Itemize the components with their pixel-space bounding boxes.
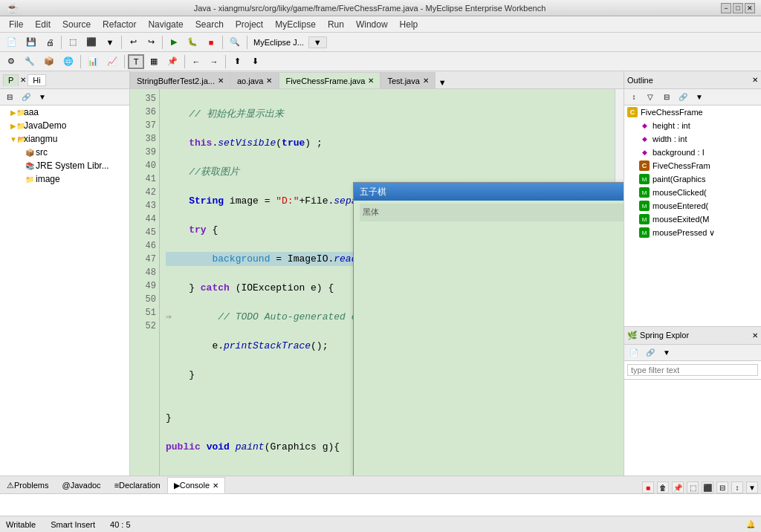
spring-filter xyxy=(624,361,761,380)
console-btn-5[interactable]: ▼ xyxy=(746,481,758,493)
hierarchy-tab[interactable]: Hi xyxy=(27,74,45,86)
menu-window[interactable]: Window xyxy=(350,18,394,31)
tb2-btn-4[interactable]: 🌐 xyxy=(59,54,77,69)
console-tab-close[interactable]: ✕ xyxy=(213,481,218,490)
popup-title-bar[interactable]: 五子棋 − □ ✕ xyxy=(354,183,624,201)
toolbar-btn-5[interactable]: ↪ xyxy=(143,35,159,50)
outline-mouseclicked-method[interactable]: M mouseClicked( xyxy=(624,186,761,199)
tb2-btn-2[interactable]: 🔧 xyxy=(21,54,39,69)
tree-item-xiangmu[interactable]: ▼📂 xiangmu xyxy=(0,132,129,146)
outline-paint-method[interactable]: M paint(Graphics xyxy=(624,172,761,186)
tb2-btn-11[interactable]: → xyxy=(206,54,222,69)
toolbar-btn-2[interactable]: ⬛ xyxy=(82,35,100,50)
tb2-btn-3[interactable]: 📦 xyxy=(40,54,58,69)
tb2-btn-8[interactable]: ▦ xyxy=(146,54,162,69)
spring-link-btn[interactable]: 🔗 xyxy=(642,346,658,360)
console-btn-4[interactable]: ↕ xyxy=(731,481,743,493)
tab-fivechessframe[interactable]: FiveChessFrame.java ✕ xyxy=(279,72,380,88)
tree-item-jre[interactable]: 📚 JRE System Libr... xyxy=(0,159,129,172)
javadoc-tab[interactable]: @ Javadoc xyxy=(55,477,107,493)
console-stop-btn[interactable]: ■ xyxy=(642,481,654,493)
outline-menu-btn[interactable]: ▼ xyxy=(691,90,707,105)
save-button[interactable]: 💾 xyxy=(22,35,40,50)
tb2-btn-12[interactable]: ⬆ xyxy=(229,54,245,69)
filter-btn[interactable]: ▽ xyxy=(642,90,658,105)
myeclipse-dropdown[interactable]: ▼ xyxy=(308,36,327,48)
panel-close[interactable]: ✕ xyxy=(20,74,26,86)
spring-menu-btn[interactable]: ▼ xyxy=(658,346,675,360)
sort-btn[interactable]: ↕ xyxy=(626,90,642,105)
outline-close[interactable]: ✕ xyxy=(752,76,758,84)
tb2-btn-9[interactable]: 📌 xyxy=(163,54,181,69)
console-btn-1[interactable]: ⬚ xyxy=(687,481,699,493)
tb2-btn-7[interactable]: T xyxy=(128,54,144,69)
package-explorer-tab[interactable]: P xyxy=(3,74,19,86)
outline-item-label: mouseEntered( xyxy=(652,201,708,210)
console-btn-2[interactable]: ⬛ xyxy=(702,481,713,493)
tb2-btn-1[interactable]: ⚙ xyxy=(3,54,19,69)
new-button[interactable]: 📄 xyxy=(3,35,21,50)
spring-explorer-panel: 🌿 Spring Explor ✕ 📄 🔗 ▼ xyxy=(624,327,761,476)
tb2-btn-10[interactable]: ← xyxy=(188,54,204,69)
menu-myeclipse[interactable]: MyEclipse xyxy=(269,18,322,31)
stop-button[interactable]: ■ xyxy=(203,35,219,50)
tab-overflow-btn[interactable]: ▼ xyxy=(435,77,450,88)
link-editor-btn[interactable]: 🔗 xyxy=(675,90,691,105)
panel-menu-btn[interactable]: ▼ xyxy=(34,90,51,105)
print-button[interactable]: 🖨 xyxy=(42,35,58,50)
collapse-all-btn[interactable]: ⊟ xyxy=(658,90,675,105)
link-btn[interactable]: 🔗 xyxy=(18,90,34,105)
tab-test[interactable]: Test.java ✕ xyxy=(380,72,435,88)
tree-item-aaa[interactable]: ▶📁 aaa xyxy=(0,106,129,119)
menu-edit[interactable]: Edit xyxy=(29,18,56,31)
tab-ao[interactable]: ao.java ✕ xyxy=(230,72,279,88)
minimize-button[interactable]: − xyxy=(721,3,731,13)
tab-close-icon[interactable]: ✕ xyxy=(266,77,272,85)
maximize-button[interactable]: □ xyxy=(733,3,743,13)
menu-source[interactable]: Source xyxy=(56,18,97,31)
tab-close-icon[interactable]: ✕ xyxy=(218,77,224,85)
tab-stringbuffer[interactable]: StringBufferTest2.ja... ✕ xyxy=(130,72,230,88)
menu-refactor[interactable]: Refactor xyxy=(97,18,142,31)
menu-help[interactable]: Help xyxy=(394,18,424,31)
menu-run[interactable]: Run xyxy=(322,18,350,31)
menu-navigate[interactable]: Navigate xyxy=(142,18,189,31)
tree-item-src[interactable]: 📦 src xyxy=(0,146,129,159)
tb2-btn-5[interactable]: 📊 xyxy=(84,54,102,69)
tree-item-image[interactable]: 📁 image xyxy=(0,172,129,186)
spring-close[interactable]: ✕ xyxy=(752,331,758,340)
outline-mousepressed-method[interactable]: M mousePressed ∨ xyxy=(624,226,761,239)
tb2-btn-13[interactable]: ⬇ xyxy=(247,54,263,69)
outline-fivechessframe-class[interactable]: C FiveChessFrame xyxy=(624,106,761,119)
toolbar-btn-1[interactable]: ⬚ xyxy=(65,35,81,50)
menu-search[interactable]: Search xyxy=(190,18,230,31)
menu-project[interactable]: Project xyxy=(230,18,269,31)
tab-close-icon[interactable]: ✕ xyxy=(368,77,374,85)
console-btn-3[interactable]: ⊟ xyxy=(716,481,728,493)
menu-file[interactable]: File xyxy=(3,18,29,31)
close-button[interactable]: ✕ xyxy=(745,3,755,13)
debug-button[interactable]: 🐛 xyxy=(184,35,201,50)
outline-constructor[interactable]: C FiveChessFram xyxy=(624,159,761,172)
console-clear-btn[interactable]: 🗑 xyxy=(657,481,669,493)
toolbar-btn-3[interactable]: ▼ xyxy=(102,35,118,50)
spring-filter-input[interactable] xyxy=(627,364,758,376)
tb2-btn-6[interactable]: 📈 xyxy=(103,54,121,69)
console-tab[interactable]: ▶ Console ✕ xyxy=(167,477,225,493)
console-pin-btn[interactable]: 📌 xyxy=(672,481,684,493)
problems-tab[interactable]: ⚠ Problems xyxy=(0,477,55,493)
outline-mouseentered-method[interactable]: M mouseEntered( xyxy=(624,199,761,213)
collapse-btn[interactable]: ⊟ xyxy=(1,90,18,105)
declaration-tab[interactable]: ≡ Declaration xyxy=(108,477,167,493)
outline-mouseexited-method[interactable]: M mouseExited(M xyxy=(624,213,761,226)
toolbar-btn-4[interactable]: ↩ xyxy=(125,35,141,50)
run-button[interactable]: ▶ xyxy=(166,35,182,50)
outline-height-field[interactable]: ◆ height : int xyxy=(624,119,761,132)
code-editor[interactable]: 353637383940414243444546474849505152 // … xyxy=(130,89,624,476)
spring-new-btn[interactable]: 📄 xyxy=(626,346,642,360)
search-btn[interactable]: 🔍 xyxy=(226,35,244,50)
outline-background-field[interactable]: ◆ background : I xyxy=(624,146,761,159)
outline-width-field[interactable]: ◆ width : int xyxy=(624,132,761,146)
tree-item-javademo[interactable]: ▶📁 JavaDemo xyxy=(0,119,129,132)
tab-close-icon[interactable]: ✕ xyxy=(423,77,429,85)
